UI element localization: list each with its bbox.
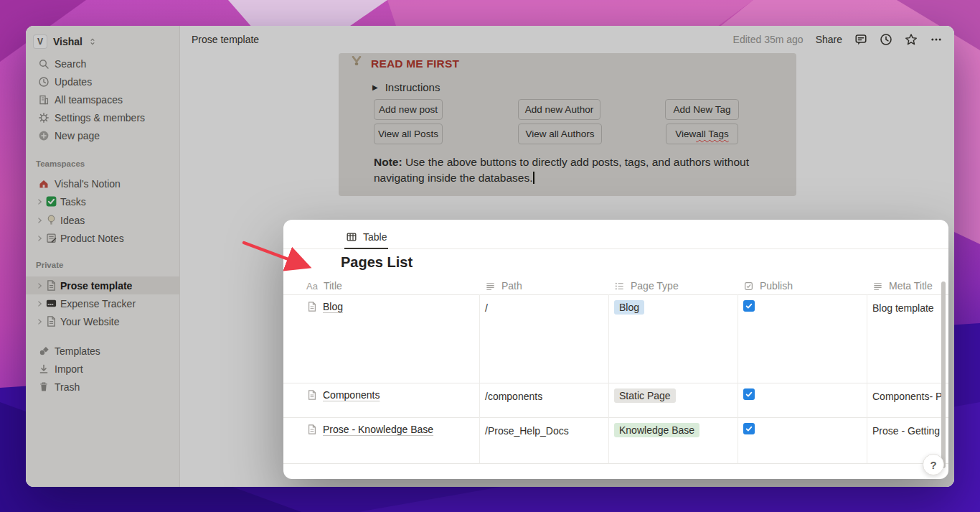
- table-icon: [346, 231, 357, 243]
- modal-vertical-scrollbar[interactable]: [941, 281, 946, 468]
- page-icon: [306, 389, 318, 401]
- column-header-publish[interactable]: Publish: [743, 277, 793, 294]
- text-lines-icon: [485, 281, 496, 292]
- checkbox-property-icon: [743, 281, 754, 292]
- tag-knowledge-base[interactable]: Knowledge Base: [614, 423, 699, 437]
- table-cell-page-type[interactable]: Static Page: [614, 388, 676, 403]
- bullet-list-icon: [614, 281, 625, 292]
- notion-window: V Vishal Search Updates All teamspaces: [26, 26, 954, 487]
- column-label: Meta Title: [889, 280, 933, 292]
- grid-line: [283, 383, 948, 383]
- tag-static-page[interactable]: Static Page: [614, 388, 676, 403]
- table-row-title[interactable]: Blog: [306, 301, 343, 312]
- grid-line: [283, 463, 948, 464]
- tab-table[interactable]: Table: [344, 225, 388, 249]
- page-icon: [306, 301, 318, 312]
- table-cell-page-type[interactable]: Knowledge Base: [614, 423, 699, 437]
- table-cell-path[interactable]: /: [485, 302, 488, 314]
- grid-line: [283, 294, 948, 295]
- tab-label: Table: [363, 231, 387, 243]
- table-cell-path[interactable]: /Prose_Help_Docs: [485, 425, 569, 437]
- publish-checkbox-checked[interactable]: [743, 388, 755, 400]
- column-label: Title: [324, 280, 342, 292]
- column-header-path[interactable]: Path: [485, 277, 522, 294]
- grid-line: [867, 294, 867, 463]
- table-cell-publish[interactable]: [743, 300, 755, 312]
- table-cell-meta-title[interactable]: Blog template: [872, 302, 944, 314]
- desktop: V Vishal Search Updates All teamspaces: [0, 0, 980, 512]
- column-label: Publish: [760, 280, 793, 292]
- table-cell-path[interactable]: /components: [485, 391, 542, 402]
- text-property-icon: Aa: [306, 281, 318, 292]
- publish-checkbox-checked[interactable]: [743, 423, 755, 434]
- tag-blog[interactable]: Blog: [614, 300, 644, 315]
- grid-line: [479, 294, 480, 463]
- table-cell-meta-title[interactable]: Components- Prose: [872, 391, 944, 402]
- database-title[interactable]: Pages List: [341, 254, 413, 271]
- column-label: Page Type: [631, 280, 679, 292]
- table-row-title[interactable]: Prose - Knowledge Base: [306, 424, 433, 435]
- help-button[interactable]: ?: [923, 454, 944, 475]
- column-header-meta-title[interactable]: Meta Title: [872, 277, 933, 294]
- table-cell-publish[interactable]: [743, 423, 755, 434]
- grid-line: [283, 417, 948, 418]
- modal-tabbar: Table: [283, 220, 948, 249]
- page-icon: [306, 424, 318, 435]
- table-cell-publish[interactable]: [743, 388, 755, 400]
- column-header-page-type[interactable]: Page Type: [614, 277, 679, 294]
- page-title-link[interactable]: Blog: [323, 301, 343, 312]
- table-cell-page-type[interactable]: Blog: [614, 300, 644, 315]
- page-title-link[interactable]: Components: [323, 389, 380, 401]
- table-row-title[interactable]: Components: [306, 389, 380, 401]
- table-cell-meta-title[interactable]: Prose - Getting Star: [872, 425, 944, 437]
- page-title-link[interactable]: Prose - Knowledge Base: [323, 424, 433, 435]
- pages-list-modal: Table Pages List Aa Title Path Page Type…: [283, 220, 948, 479]
- text-lines-icon: [872, 281, 883, 292]
- publish-checkbox-checked[interactable]: [743, 300, 755, 312]
- grid-line: [608, 294, 609, 463]
- column-header-title[interactable]: Aa Title: [306, 277, 342, 294]
- column-label: Path: [501, 280, 522, 292]
- grid-line: [738, 294, 738, 463]
